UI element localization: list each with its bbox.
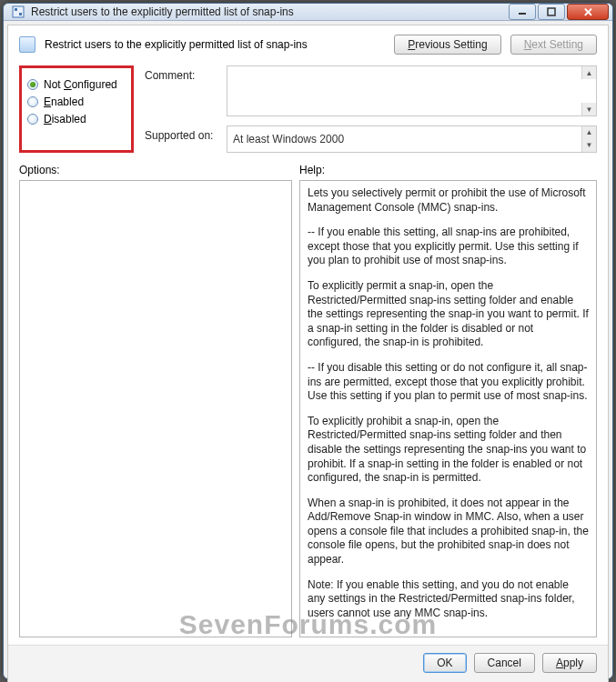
- options-pane[interactable]: [19, 180, 292, 637]
- radio-label: Enabled: [44, 95, 84, 108]
- scroll-up-icon[interactable]: ▲: [581, 66, 596, 79]
- svg-rect-4: [548, 8, 555, 15]
- help-text: Lets you selectively permit or prohibit …: [308, 186, 589, 215]
- minimize-button[interactable]: [509, 4, 536, 20]
- help-text: To explicitly prohibit a snap-in, open t…: [308, 415, 589, 486]
- dialog-footer: OK Cancel Apply: [8, 645, 608, 682]
- supported-on-label: Supported on:: [145, 125, 227, 142]
- radio-icon: [27, 114, 38, 125]
- radio-icon: [27, 79, 38, 90]
- radio-label: Disabled: [44, 113, 86, 125]
- client-area: Restrict users to the explicitly permitt…: [7, 25, 609, 682]
- radio-disabled[interactable]: Disabled: [27, 113, 122, 125]
- help-label: Help:: [299, 164, 325, 176]
- radio-not-configured[interactable]: Not Configured: [27, 78, 122, 91]
- radio-enabled[interactable]: Enabled: [27, 95, 122, 108]
- scroll-down-icon[interactable]: ▼: [581, 103, 596, 115]
- close-button[interactable]: ✕: [567, 4, 609, 20]
- maximize-button[interactable]: [538, 4, 565, 20]
- apply-button[interactable]: Apply: [542, 653, 597, 673]
- ok-button[interactable]: OK: [423, 653, 466, 673]
- window-title: Restrict users to the explicitly permitt…: [31, 5, 507, 18]
- options-label: Options:: [19, 164, 292, 176]
- state-radio-group: Not Configured Enabled Disabled: [19, 65, 134, 153]
- svg-rect-0: [13, 6, 24, 17]
- comment-textarea[interactable]: ▲ ▼: [227, 65, 597, 116]
- previous-setting-button[interactable]: Previous Setting: [394, 35, 500, 55]
- policy-name: Restrict users to the explicitly permitt…: [45, 38, 385, 51]
- svg-rect-1: [15, 8, 17, 11]
- radio-label: Not Configured: [44, 78, 117, 91]
- help-pane[interactable]: Lets you selectively permit or prohibit …: [299, 180, 597, 637]
- help-text: -- If you enable this setting, all snap-…: [308, 226, 589, 268]
- title-bar[interactable]: Restrict users to the explicitly permitt…: [4, 4, 612, 21]
- app-icon: [11, 5, 25, 19]
- help-text: To explicitly permit a snap-in, open the…: [308, 279, 589, 350]
- help-text: When a snap-in is prohibited, it does no…: [308, 496, 589, 567]
- cancel-button[interactable]: Cancel: [474, 653, 535, 673]
- next-setting-button[interactable]: Next Setting: [510, 35, 597, 55]
- svg-rect-2: [19, 13, 22, 15]
- help-text: -- If you disable this setting or do not…: [308, 361, 589, 404]
- policy-icon: [19, 36, 35, 53]
- help-text: Note: If you enable this setting, and yo…: [308, 578, 589, 621]
- radio-icon: [27, 96, 38, 107]
- dialog-window: Restrict users to the explicitly permitt…: [3, 3, 613, 679]
- supported-on-field: At least Windows 2000 ▲ ▼: [227, 125, 597, 153]
- scroll-down-icon[interactable]: ▼: [581, 139, 596, 152]
- comment-label: Comment:: [145, 65, 227, 82]
